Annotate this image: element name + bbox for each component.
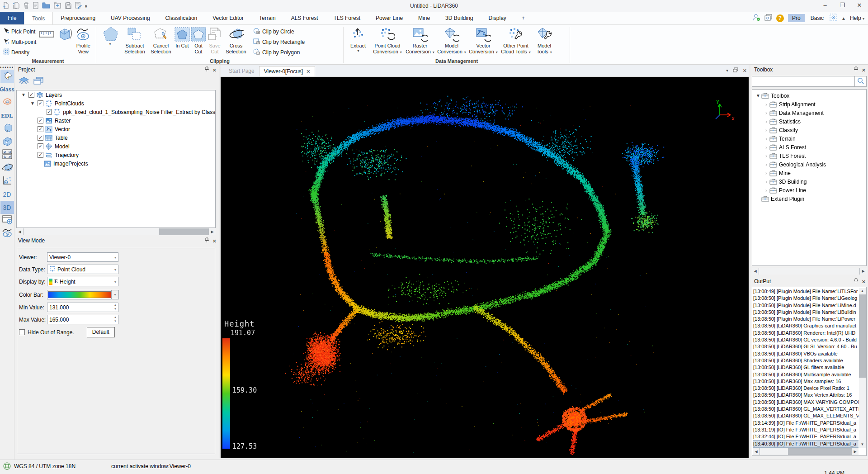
model-conversion-button[interactable]: Model Conversion ▾ xyxy=(436,26,467,55)
log-line[interactable]: [13:14:39] [IO] File F:/WHITE_PAPERS/dua… xyxy=(753,420,859,427)
toolbar-grip[interactable]: •••••• xyxy=(0,66,14,69)
chevron-right-icon[interactable]: › xyxy=(763,118,769,125)
cancel-selection-button[interactable]: Cancel Selection xyxy=(148,26,174,55)
scroll-left-icon[interactable]: ◀ xyxy=(16,228,23,235)
view-2d-button[interactable]: 2D xyxy=(0,188,14,201)
scroll-right-icon[interactable]: ▶ xyxy=(852,448,859,455)
toolbox-item-power-line[interactable]: › Power Line xyxy=(752,186,866,194)
log-line[interactable]: [13:08:50] [LiDAR360] MAX VARYING COMPON xyxy=(753,399,859,406)
clip-by-rectangle-button[interactable]: Clip by Rectangle xyxy=(252,37,303,47)
output-vertical-scrollbar[interactable]: ▲ ▼ xyxy=(859,288,866,448)
license-help-icon[interactable]: ? xyxy=(776,14,784,22)
scroll-right-icon[interactable]: ▶ xyxy=(209,228,216,235)
edl-mode-button[interactable]: EDL xyxy=(0,109,14,122)
tab-start-page[interactable]: Start Page xyxy=(224,66,259,76)
out-cut-button[interactable]: Out Cut xyxy=(190,26,207,55)
data-type-select[interactable]: Point Cloud ▾ xyxy=(47,265,118,274)
profile-view-button[interactable]: Profile View xyxy=(72,26,94,55)
spinner-arrows[interactable]: ▲▼ xyxy=(114,316,117,322)
toolbox-item-3d-building[interactable]: › 3D Building xyxy=(752,177,866,186)
log-line[interactable]: [13:08:50] [Plugin Module] File Name:'Li… xyxy=(753,309,859,316)
max-value-input[interactable] xyxy=(47,315,106,324)
scroll-right-icon[interactable]: ▶ xyxy=(860,268,867,275)
toolbox-item-statistics[interactable]: › Statistics xyxy=(752,117,866,126)
close-button[interactable]: ✕ xyxy=(851,0,868,11)
chevron-right-icon[interactable]: › xyxy=(763,170,769,176)
point-cloud-conversion-button[interactable]: Point Cloud Conversion ▾ xyxy=(371,26,404,55)
tree-item-pointcloud-file[interactable]: ✓ ppk_fixed_cloud_1_Subsampling_Noise Fi… xyxy=(17,108,215,116)
tab-list-icon[interactable]: ▾ xyxy=(726,68,728,73)
tab-terrain[interactable]: Terrain xyxy=(251,12,283,24)
tree-item-imageprojects[interactable]: ImageProjects xyxy=(17,159,215,168)
add-view-cube-button[interactable] xyxy=(0,135,14,148)
point-settings-button[interactable] xyxy=(0,175,14,188)
toolbox-item-extend-plugin[interactable]: Extend Plugin xyxy=(752,194,866,203)
clip-by-polygon-button[interactable]: Clip by Polygon xyxy=(252,47,303,57)
hide-out-of-range-checkbox[interactable] xyxy=(19,329,25,335)
tab-3d-building[interactable]: 3D Building xyxy=(438,12,481,24)
chevron-right-icon[interactable]: › xyxy=(763,153,769,159)
tree-item-table[interactable]: ✓ Table xyxy=(17,133,215,142)
tree-item-pointclouds[interactable]: ▼ ✓ PointClouds xyxy=(17,99,215,108)
log-line[interactable]: [13:08:50] [LiDAR360] GL_MAX_ELEMENTS_VE xyxy=(753,412,859,419)
collapse-ribbon-icon[interactable]: ▲ xyxy=(841,16,846,21)
tree-item-trajectory[interactable]: ✓ Trajectory xyxy=(17,151,215,159)
multi-point-button[interactable]: Multi-point xyxy=(2,37,38,47)
log-line[interactable]: [13:08:50] [Plugin Module] File Name:'Li… xyxy=(753,316,859,322)
chevron-right-icon[interactable]: › xyxy=(763,127,769,133)
log-line[interactable]: [13:31:19] [IO] File F:/WHITE_PAPERS/dua… xyxy=(753,427,859,433)
chevron-right-icon[interactable]: › xyxy=(763,187,769,194)
window-stack-icon[interactable] xyxy=(764,14,772,22)
log-line[interactable]: [13:08:50] [LiDAR360] Max Vertex Attribs… xyxy=(753,392,859,398)
toolbox-item-root[interactable]: ▼ Toolbox xyxy=(752,91,866,100)
in-cut-button[interactable]: In Cut xyxy=(174,26,190,49)
full-extent-button[interactable] xyxy=(0,148,14,161)
scroll-down-icon[interactable]: ▼ xyxy=(859,441,866,448)
basic-mode-toggle[interactable]: Basic xyxy=(809,14,826,22)
profile-eye-button[interactable] xyxy=(0,227,14,240)
close-panel-icon[interactable]: ✕ xyxy=(212,238,217,244)
tab-als-forest[interactable]: ALS Forest xyxy=(283,12,326,24)
tab-add[interactable]: + xyxy=(514,12,533,24)
color-render-button[interactable] xyxy=(0,70,14,83)
log-line[interactable]: [13:08:50] [LiDAR360] Device Pixel Ratio… xyxy=(753,385,859,392)
chevron-right-icon[interactable]: › xyxy=(763,144,769,151)
project-horizontal-scrollbar[interactable]: ◀ ▶ xyxy=(16,228,216,235)
log-line[interactable]: [13:08:50] [LiDAR360] Shaders available xyxy=(753,357,859,364)
toolbox-item-strip-alignment[interactable]: › Strip Alignment xyxy=(752,100,866,109)
pin-icon[interactable] xyxy=(205,237,209,244)
tree-item-vector[interactable]: ✓ Vector xyxy=(17,125,215,133)
toolbox-item-classify[interactable]: › Classify xyxy=(752,126,866,134)
scroll-left-icon[interactable]: ◀ xyxy=(752,268,759,275)
help-menu[interactable]: Help ▾ xyxy=(850,15,864,21)
log-line[interactable]: [13:08:50] [Plugin Module] File Name:'Li… xyxy=(753,302,859,309)
toolbox-item-geological-analysis[interactable]: › Geological Analysis xyxy=(752,160,866,169)
chevron-down-icon[interactable]: ▼ xyxy=(755,93,761,98)
tab-file[interactable]: File xyxy=(0,12,24,24)
model-tools-button[interactable]: Model Tools ▾ xyxy=(533,26,556,55)
toolbox-item-tls-forest[interactable]: › TLS Forest xyxy=(752,152,866,160)
close-tab-icon[interactable]: ✕ xyxy=(306,66,310,76)
tree-item-layers[interactable]: ▼ ✓ Layers xyxy=(17,90,215,99)
viewers-view-icon[interactable] xyxy=(33,77,43,86)
new-viewer-button[interactable] xyxy=(0,214,14,227)
log-line[interactable]: [13:08:50] [LiDAR360] Renderer: Intel(R)… xyxy=(753,330,859,337)
pointcloud-file-checkbox[interactable]: ✓ xyxy=(47,109,52,115)
tab-preprocessing[interactable]: Preprocessing xyxy=(53,12,103,24)
tab-classification[interactable]: Classification xyxy=(158,12,205,24)
pin-icon[interactable] xyxy=(854,278,858,285)
tab-mine[interactable]: Mine xyxy=(410,12,438,24)
volume-measure-button[interactable] xyxy=(56,26,73,42)
density-button[interactable]: Density xyxy=(2,47,38,57)
chevron-right-icon[interactable]: › xyxy=(763,161,769,168)
log-line[interactable]: [13:08:50] [LiDAR360] Max samples: 16 xyxy=(753,378,859,385)
scrollbar-thumb[interactable] xyxy=(859,378,866,441)
tab-vector-editor[interactable]: Vector Editor xyxy=(205,12,251,24)
model-checkbox[interactable]: ✓ xyxy=(38,143,43,149)
raster-checkbox[interactable]: ✓ xyxy=(38,118,43,123)
toolbox-item-terrain[interactable]: › Terrain xyxy=(752,134,866,143)
spinner-arrows[interactable]: ▲▼ xyxy=(114,303,117,310)
toolbox-search-input[interactable] xyxy=(752,76,855,87)
glass-mode-button[interactable]: Glass xyxy=(0,83,14,96)
tab-viewer-0[interactable]: Viewer-0[Focus] ✕ xyxy=(259,66,316,76)
